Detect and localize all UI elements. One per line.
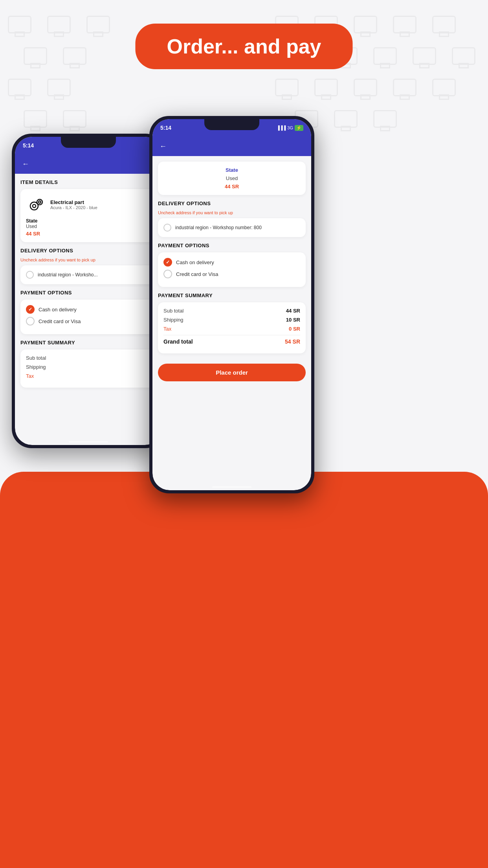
tax-value-right: 0 SR (289, 326, 300, 332)
content-left: ITEM DETAILS Electrical p (15, 174, 162, 445)
page-title: Order... and pay (167, 35, 321, 58)
tax-label-right: Tax (163, 326, 171, 332)
address-text-left: industrial region - Worksho... (38, 272, 98, 278)
card-label-left: Credit card or Visa (39, 318, 81, 324)
payment-options-card-right: Cash on delivery Credit card or Visa (158, 252, 306, 287)
address-row-left: industrial region - Worksho... (26, 271, 151, 279)
shipping-value-right: 10 SR (286, 317, 300, 323)
shipping-row-right: Shipping 10 SR (163, 317, 300, 323)
state-label-left: State (26, 218, 151, 224)
payment-options-title-left: PAYMENT OPTIONS (20, 290, 156, 296)
cash-label-right: Cash on delivery (176, 259, 214, 265)
home-indicator-right (212, 486, 251, 488)
delivery-note-left: Uncheck address if you want to pick up (20, 257, 156, 262)
address-text-right: industrial region - Workshop number: 800 (175, 225, 262, 230)
radio-unchecked-right (163, 270, 172, 278)
top-scrolled-card: State Used 44 SR (158, 162, 306, 195)
tax-label-left: Tax (26, 373, 34, 379)
delivery-title-right: DELIVERY OPTIONS (158, 200, 306, 206)
item-desc-left: Acura - ILX - 2020 - blue (50, 205, 97, 210)
delivery-note-right: Uncheck address if you want to pick up (158, 210, 306, 215)
battery-icon: ⚡ (295, 125, 303, 131)
phone-left: 5:14 ▲ ← ITEM DETAILS (12, 134, 165, 448)
item-price-left: 44 SR (26, 231, 151, 237)
tax-row-left: Tax (26, 373, 151, 379)
status-time-left: 5:14 (23, 142, 34, 149)
place-order-button[interactable]: Place order (158, 364, 306, 381)
top-card-state-value: Used (163, 175, 300, 181)
subtotal-label-right: Sub total (163, 308, 183, 314)
back-button-left[interactable]: ← (22, 160, 29, 168)
item-details-card-left: Electrical part Acura - ILX - 2020 - blu… (20, 189, 156, 242)
address-radio-left[interactable] (26, 271, 34, 279)
phone-right-screen: 5:14 ▐▐▐ 3G ⚡ ← State Used 44 SR DELIVER… (152, 119, 311, 490)
payment-options-card-left: Cash on delivery Credit card or Visa (20, 300, 156, 334)
shipping-row-left: Shipping (26, 364, 151, 370)
payment-summary-card-right: Sub total 44 SR Shipping 10 SR Tax 0 SR … (158, 302, 306, 353)
summary-divider-right (163, 335, 300, 335)
item-row-left: Electrical part Acura - ILX - 2020 - blu… (26, 195, 151, 214)
signal-bars: ▐▐▐ (277, 125, 286, 130)
payment-options-title-right: PAYMENT OPTIONS (158, 243, 306, 248)
address-radio-right[interactable] (163, 224, 171, 232)
shipping-label-right: Shipping (163, 317, 183, 323)
subtotal-row-right: Sub total 44 SR (163, 308, 300, 314)
svg-point-1 (33, 204, 36, 208)
payment-summary-card-left: Sub total Shipping Tax (20, 349, 156, 388)
address-row-right: industrial region - Workshop number: 800 (163, 224, 300, 232)
state-value-left: Used (26, 224, 151, 229)
payment-option-card-left[interactable]: Credit card or Visa (26, 317, 151, 326)
subtotal-label-left: Sub total (26, 355, 46, 361)
top-card-price: 44 SR (163, 184, 300, 189)
home-indicator-left (69, 441, 108, 443)
phone-right-notch (204, 119, 259, 130)
item-name-left: Electrical part (50, 199, 97, 205)
grand-total-value-right: 54 SR (285, 338, 300, 345)
network-type: 3G (287, 125, 293, 130)
status-icons-right: ▐▐▐ 3G ⚡ (277, 125, 303, 131)
app-header-left: ← (15, 154, 162, 174)
payment-option-cash-left[interactable]: Cash on delivery (26, 305, 151, 314)
item-info-left: Electrical part Acura - ILX - 2020 - blu… (50, 199, 97, 210)
phone-left-notch (61, 137, 116, 148)
status-time-right: 5:14 (160, 125, 171, 131)
payment-summary-title-left: PAYMENT SUMMARY (20, 340, 156, 346)
payment-option-cash-right[interactable]: Cash on delivery (163, 258, 300, 267)
app-header-right: ← (152, 136, 311, 156)
header-pill: Order... and pay (135, 24, 352, 69)
background-bottom (0, 542, 488, 868)
radio-checked-right (163, 258, 172, 267)
back-button-right[interactable]: ← (160, 142, 167, 151)
radio-checked-left (26, 305, 35, 314)
payment-option-card-right[interactable]: Credit card or Visa (163, 270, 300, 278)
card-label-right: Credit card or Visa (176, 271, 218, 277)
delivery-card-left: industrial region - Worksho... (20, 265, 156, 284)
item-details-title-left: ITEM DETAILS (20, 179, 156, 185)
delivery-title-left: DELIVERY OPTIONS (20, 248, 156, 254)
tax-row-right: Tax 0 SR (163, 326, 300, 332)
payment-summary-title-right: PAYMENT SUMMARY (158, 292, 306, 298)
top-card-state-header: State (163, 167, 300, 173)
grand-total-row-right: Grand total 54 SR (163, 338, 300, 345)
content-right: State Used 44 SR DELIVERY OPTIONS Unchec… (152, 156, 311, 490)
shipping-label-left: Shipping (26, 364, 46, 370)
svg-point-3 (39, 201, 41, 203)
phone-left-screen: 5:14 ▲ ← ITEM DETAILS (15, 137, 162, 445)
phone-right: 5:14 ▐▐▐ 3G ⚡ ← State Used 44 SR DELIVER… (149, 116, 314, 493)
cash-label-left: Cash on delivery (39, 307, 77, 313)
subtotal-row-left: Sub total (26, 355, 151, 361)
radio-unchecked-left (26, 317, 35, 326)
delivery-card-right: industrial region - Workshop number: 800 (158, 218, 306, 237)
grand-total-label-right: Grand total (163, 338, 193, 345)
subtotal-value-right: 44 SR (286, 308, 300, 314)
item-icon-left (26, 195, 46, 214)
